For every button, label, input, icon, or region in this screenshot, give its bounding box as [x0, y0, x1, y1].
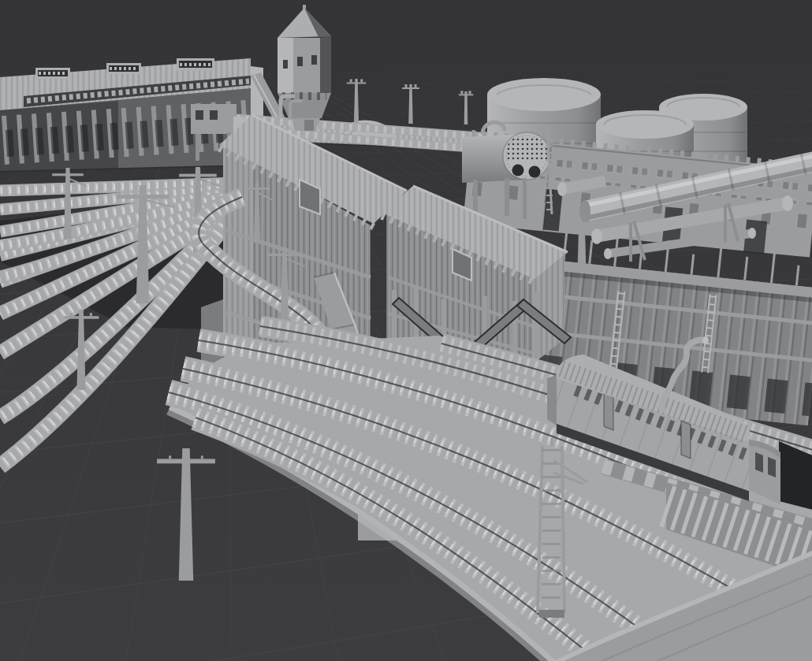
insulator-pin — [169, 455, 171, 459]
shaft-door — [304, 120, 314, 131]
tank-window — [297, 57, 303, 66]
crossarm — [117, 195, 169, 199]
insulator-pin — [360, 79, 363, 82]
stage-window — [196, 110, 203, 120]
viewport-canvas — [0, 0, 812, 661]
pole-shaft — [464, 91, 468, 124]
carriage-end-near — [547, 375, 557, 425]
insulator-pin — [350, 79, 352, 82]
stand-leg — [505, 178, 509, 216]
pipe-end — [702, 336, 709, 344]
crossarm — [459, 94, 473, 95]
crossarm — [64, 316, 99, 319]
insulator-pin — [460, 91, 463, 94]
insulator-pin — [469, 91, 471, 94]
pipe-stub — [561, 181, 605, 189]
tank-window — [283, 60, 288, 69]
mast-base — [539, 610, 564, 618]
crossarm — [244, 188, 270, 190]
pipe-cap — [782, 195, 793, 211]
insulator-pin — [404, 84, 407, 87]
pipe-cap — [604, 248, 612, 259]
carriage-door — [681, 421, 691, 459]
crossarm — [267, 254, 301, 256]
stage-leg — [196, 134, 199, 161]
crossarm — [52, 173, 84, 176]
insulator-pin — [70, 313, 73, 316]
pipe-cap — [579, 200, 590, 222]
insulator-pin — [415, 84, 417, 87]
stand-leg — [473, 180, 478, 213]
crossarm — [347, 82, 367, 84]
crossarm — [157, 459, 215, 463]
pipe-cap — [748, 228, 756, 239]
end-window — [768, 457, 776, 477]
insulator-pin — [90, 313, 92, 316]
firetube-holes — [506, 137, 547, 159]
carriage-door — [604, 392, 613, 430]
tank-face-right — [320, 36, 331, 93]
crossarm — [402, 87, 419, 89]
pipe-cap — [557, 182, 567, 196]
pipe-cap — [591, 228, 602, 244]
insulator-pin — [201, 455, 203, 459]
tank-window — [311, 55, 317, 65]
3d-viewport[interactable] — [0, 0, 812, 661]
crossarm — [179, 174, 217, 177]
stand-leg — [523, 178, 527, 219]
end-window — [755, 452, 763, 473]
stage-window — [210, 110, 218, 120]
flue-hole — [529, 166, 541, 178]
flue-hole — [512, 165, 524, 176]
